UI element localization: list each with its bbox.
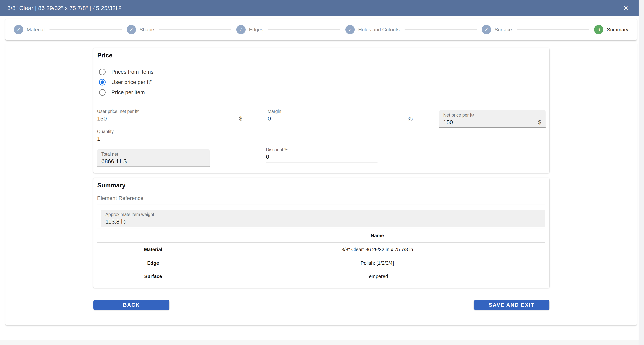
step-label: Holes and Cutouts bbox=[358, 27, 400, 33]
margin-field: Margin % bbox=[268, 109, 413, 124]
net-price-input bbox=[443, 119, 538, 126]
step-connector bbox=[268, 30, 340, 30]
step-material[interactable]: ✓ Material bbox=[14, 25, 44, 34]
radio-user-price-per-ft2[interactable]: User price per ft² bbox=[99, 79, 152, 86]
table-header-name: Name bbox=[209, 233, 546, 238]
net-price-field: Net price per ft² $ bbox=[439, 110, 546, 128]
quantity-label: Quantity bbox=[97, 129, 284, 134]
discount-input[interactable] bbox=[266, 154, 378, 160]
save-and-exit-button[interactable]: SAVE AND EXIT bbox=[474, 300, 550, 310]
step-number-badge: 6 bbox=[594, 25, 604, 34]
price-panel: Price Prices from Items User price per f… bbox=[94, 48, 550, 173]
weight-label: Approximate item weight bbox=[106, 212, 541, 217]
summary-heading: Summary bbox=[97, 182, 126, 189]
discount-field: Discount % bbox=[266, 147, 378, 162]
row-value: Tempered bbox=[209, 274, 546, 279]
weight-field: Approximate item weight bbox=[101, 210, 545, 227]
close-icon[interactable]: × bbox=[620, 3, 631, 14]
margin-label: Margin bbox=[268, 109, 413, 114]
step-connector bbox=[517, 30, 589, 30]
step-shape[interactable]: ✓ Shape bbox=[127, 25, 154, 34]
row-value: 3/8" Clear: 86 29/32 in x 75 7/8 in bbox=[209, 247, 546, 252]
step-edges[interactable]: ✓ Edges bbox=[236, 25, 264, 34]
step-connector bbox=[159, 30, 231, 30]
back-button[interactable]: BACK bbox=[94, 300, 170, 310]
radio-price-per-item[interactable]: Price per item bbox=[99, 89, 145, 96]
dialog-content: Price Prices from Items User price per f… bbox=[6, 43, 637, 325]
scrollbar[interactable] bbox=[638, 0, 644, 345]
table-row-surface: Surface Tempered bbox=[97, 270, 545, 283]
step-holes-and-cutouts[interactable]: ✓ Holes and Cutouts bbox=[346, 25, 400, 34]
step-label: Summary bbox=[607, 27, 628, 33]
radio-checked-icon bbox=[99, 79, 106, 86]
check-icon: ✓ bbox=[127, 25, 136, 34]
step-connector bbox=[404, 30, 477, 30]
radio-label: Prices from Items bbox=[112, 69, 154, 75]
total-net-input bbox=[101, 158, 206, 164]
price-heading: Price bbox=[97, 52, 112, 59]
dialog-window: 3/8" Clear | 86 29/32" x 75 7/8" | 45 25… bbox=[0, 0, 644, 345]
check-icon: ✓ bbox=[236, 25, 246, 34]
dollar-suffix: $ bbox=[239, 115, 242, 122]
quantity-input[interactable] bbox=[97, 135, 284, 142]
user-price-label: User price, net per ft² bbox=[97, 109, 242, 114]
radio-icon bbox=[99, 89, 106, 96]
dollar-suffix: $ bbox=[538, 119, 541, 126]
stepper: ✓ Material ✓ Shape ✓ Edges ✓ Holes and C… bbox=[6, 19, 637, 40]
step-summary[interactable]: 6 Summary bbox=[594, 25, 628, 34]
step-connector bbox=[50, 30, 122, 30]
table-row-material: Material 3/8" Clear: 86 29/32 in x 75 7/… bbox=[97, 243, 545, 256]
row-value: Polish: [1/2/3/4] bbox=[209, 260, 546, 266]
table-header-row: Name bbox=[97, 229, 545, 243]
user-price-input[interactable] bbox=[97, 115, 239, 122]
radio-prices-from-items[interactable]: Prices from Items bbox=[99, 69, 154, 75]
step-surface[interactable]: ✓ Surface bbox=[482, 25, 512, 34]
check-icon: ✓ bbox=[14, 25, 23, 34]
discount-label: Discount % bbox=[266, 147, 378, 152]
total-net-label: Total net bbox=[101, 152, 206, 157]
total-net-field: Total net bbox=[97, 149, 210, 167]
radio-label: Price per item bbox=[112, 89, 145, 96]
step-label: Surface bbox=[494, 27, 512, 33]
titlebar: 3/8" Clear | 86 29/32" x 75 7/8" | 45 25… bbox=[0, 0, 638, 16]
net-price-label: Net price per ft² bbox=[443, 112, 541, 118]
margin-input[interactable] bbox=[268, 115, 408, 122]
element-reference-input[interactable] bbox=[97, 195, 545, 204]
check-icon: ✓ bbox=[346, 25, 355, 34]
step-label: Edges bbox=[249, 27, 264, 33]
step-label: Material bbox=[27, 27, 44, 33]
user-price-field: User price, net per ft² $ bbox=[97, 109, 242, 124]
page-background-strip bbox=[0, 340, 638, 345]
table-row-edge: Edge Polish: [1/2/3/4] bbox=[97, 256, 545, 270]
row-label: Material bbox=[97, 247, 209, 252]
step-label: Shape bbox=[140, 27, 154, 33]
summary-panel: Summary Approximate item weight Name Mat… bbox=[94, 178, 550, 288]
row-label: Surface bbox=[97, 274, 209, 279]
radio-icon bbox=[99, 69, 106, 75]
quantity-field: Quantity bbox=[97, 129, 284, 144]
check-icon: ✓ bbox=[482, 25, 491, 34]
weight-input bbox=[106, 218, 541, 225]
row-label: Edge bbox=[97, 260, 209, 266]
percent-suffix: % bbox=[408, 115, 413, 122]
summary-table: Name Material 3/8" Clear: 86 29/32 in x … bbox=[97, 228, 545, 283]
dialog-title: 3/8" Clear | 86 29/32" x 75 7/8" | 45 25… bbox=[7, 5, 620, 12]
element-reference-field bbox=[97, 195, 545, 204]
radio-label: User price per ft² bbox=[112, 79, 152, 85]
